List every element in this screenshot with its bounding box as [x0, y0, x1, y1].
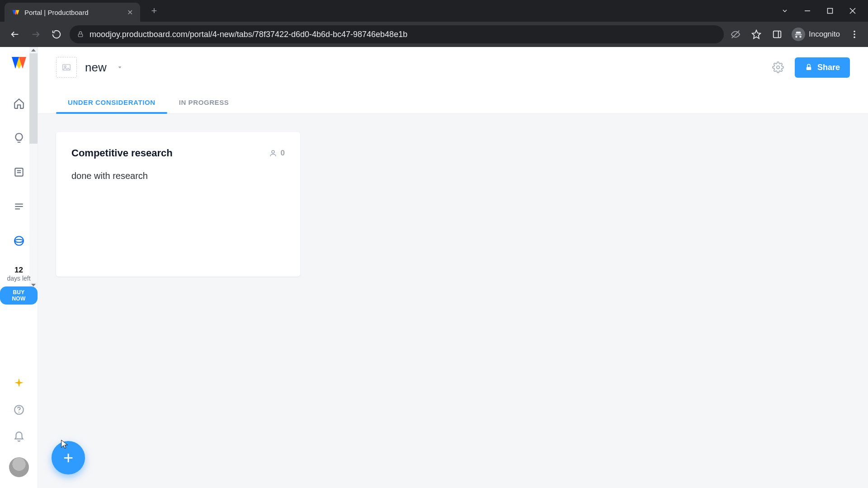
window-controls: [781, 7, 868, 14]
tab-in-progress[interactable]: IN PROGRESS: [167, 99, 241, 113]
portal-thumbnail-placeholder[interactable]: [56, 57, 77, 78]
nav-insights-icon[interactable]: [12, 131, 26, 145]
svg-rect-4: [828, 9, 833, 14]
share-button-label: Share: [817, 63, 840, 72]
nav-features-icon[interactable]: [12, 165, 26, 179]
browser-titlebar: Portal | Productboard ✕ +: [0, 0, 868, 22]
lock-icon: [77, 31, 84, 38]
svg-point-37: [272, 150, 274, 153]
nav-forward-button[interactable]: [28, 27, 43, 42]
svg-point-16: [854, 37, 855, 38]
side-panel-icon[interactable]: [771, 28, 783, 41]
tab-close-icon[interactable]: ✕: [127, 8, 133, 17]
mouse-cursor: [60, 439, 70, 449]
board-area: Competitive research 0 done with researc…: [38, 114, 868, 488]
share-button[interactable]: Share: [795, 57, 850, 78]
svg-point-28: [14, 236, 24, 245]
svg-marker-17: [31, 49, 36, 52]
nav-help-icon[interactable]: [12, 403, 26, 417]
card-vote-count: 0: [281, 149, 285, 158]
main-area: new Share UNDER CONSIDERATION IN PROGRES…: [38, 47, 868, 488]
nav-home-icon[interactable]: [12, 97, 26, 110]
nav-reload-button[interactable]: [49, 27, 64, 42]
share-lock-icon: [805, 63, 813, 71]
svg-point-15: [854, 33, 855, 35]
card-body: done with research: [71, 171, 285, 181]
feature-card[interactable]: Competitive research 0 done with researc…: [56, 132, 300, 277]
trial-indicator: 12 days left BUY NOW: [0, 266, 38, 305]
svg-point-33: [64, 66, 66, 67]
kebab-menu-icon[interactable]: [848, 28, 861, 41]
nav-notifications-icon[interactable]: [12, 430, 26, 444]
svg-marker-29: [14, 378, 24, 387]
window-close-icon[interactable]: [849, 7, 856, 14]
svg-point-14: [854, 31, 855, 33]
nav-ai-icon[interactable]: [12, 376, 26, 389]
nav-portal-icon[interactable]: [12, 234, 26, 248]
votes-icon: [269, 149, 277, 157]
browser-addressbar: moodjoy.productboard.com/portal/4-new/ta…: [0, 22, 868, 47]
browser-tab[interactable]: Portal | Productboard ✕: [5, 3, 140, 22]
svg-point-35: [777, 66, 780, 69]
card-votes[interactable]: 0: [269, 149, 285, 158]
tab-favicon: [12, 8, 20, 16]
app-root: 12 days left BUY NOW new Share: [0, 47, 868, 488]
svg-marker-11: [752, 30, 760, 38]
portal-name-caret-icon[interactable]: [117, 64, 123, 70]
addressbar-right-icons: Incognito: [729, 28, 861, 41]
svg-rect-9: [78, 34, 82, 37]
rail-scroll-up[interactable]: [29, 47, 38, 53]
trial-days-label: days left: [0, 275, 38, 282]
left-rail: 12 days left BUY NOW: [0, 47, 38, 488]
trial-days: 12: [0, 266, 38, 275]
svg-rect-12: [774, 31, 781, 38]
incognito-indicator[interactable]: Incognito: [792, 28, 840, 41]
portal-topbar: new Share: [38, 47, 868, 88]
nav-roadmap-icon[interactable]: [12, 200, 26, 213]
url-box[interactable]: moodjoy.productboard.com/portal/4-new/ta…: [70, 25, 724, 43]
url-text: moodjoy.productboard.com/portal/4-new/ta…: [90, 30, 407, 39]
svg-marker-34: [118, 66, 121, 68]
tab-search-icon[interactable]: [781, 7, 788, 14]
card-title: Competitive research: [71, 147, 173, 159]
window-minimize-icon[interactable]: [804, 7, 811, 14]
rail-scroll-thumb[interactable]: [29, 53, 38, 144]
portal-name[interactable]: new: [85, 61, 107, 75]
svg-rect-36: [807, 67, 811, 70]
user-avatar[interactable]: [9, 457, 29, 477]
tab-under-consideration[interactable]: UNDER CONSIDERATION: [56, 99, 167, 113]
bookmark-star-icon[interactable]: [750, 28, 763, 41]
portal-tabs: UNDER CONSIDERATION IN PROGRESS: [38, 88, 868, 114]
svg-point-31: [18, 412, 19, 413]
productboard-logo[interactable]: [10, 53, 28, 71]
incognito-icon: [792, 28, 805, 41]
window-maximize-icon[interactable]: [826, 7, 834, 14]
buy-now-button[interactable]: BUY NOW: [0, 286, 38, 305]
eye-off-icon[interactable]: [729, 28, 742, 41]
portal-settings-icon[interactable]: [772, 61, 784, 73]
new-tab-button[interactable]: +: [146, 3, 162, 19]
tab-title: Portal | Productboard: [24, 9, 123, 16]
nav-back-button[interactable]: [7, 27, 23, 42]
incognito-label: Incognito: [809, 30, 840, 39]
